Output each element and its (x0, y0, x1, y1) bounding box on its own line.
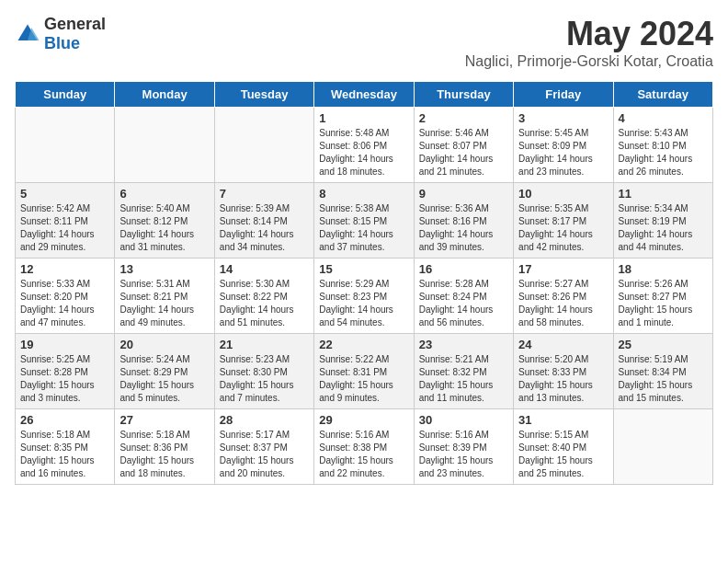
day-info: Sunrise: 5:19 AM Sunset: 8:34 PM Dayligh… (619, 353, 708, 405)
day-number: 26 (20, 413, 109, 427)
day-info: Sunrise: 5:24 AM Sunset: 8:29 PM Dayligh… (119, 353, 209, 405)
day-number: 15 (319, 262, 408, 276)
day-number: 16 (419, 262, 508, 276)
day-info: Sunrise: 5:30 AM Sunset: 8:22 PM Dayligh… (220, 278, 309, 329)
day-info: Sunrise: 5:20 AM Sunset: 8:33 PM Dayligh… (518, 353, 608, 405)
weekday-header: Wednesday (314, 82, 414, 108)
day-info: Sunrise: 5:18 AM Sunset: 8:36 PM Dayligh… (119, 429, 209, 480)
logo-text-blue: Blue (44, 34, 80, 52)
day-info: Sunrise: 5:31 AM Sunset: 8:21 PM Dayligh… (119, 278, 209, 329)
calendar-cell (115, 108, 214, 183)
weekday-header: Monday (115, 82, 214, 108)
day-info: Sunrise: 5:15 AM Sunset: 8:40 PM Dayligh… (518, 429, 608, 480)
day-number: 18 (619, 262, 708, 276)
calendar-week-row: 12Sunrise: 5:33 AM Sunset: 8:20 PM Dayli… (16, 259, 713, 334)
weekday-header: Saturday (613, 82, 712, 108)
day-info: Sunrise: 5:48 AM Sunset: 8:06 PM Dayligh… (319, 127, 408, 178)
day-number: 21 (220, 338, 309, 351)
calendar-cell: 25Sunrise: 5:19 AM Sunset: 8:34 PM Dayli… (613, 334, 712, 409)
calendar-cell: 14Sunrise: 5:30 AM Sunset: 8:22 PM Dayli… (214, 259, 313, 334)
day-number: 22 (319, 338, 408, 351)
day-number: 11 (619, 187, 708, 201)
day-number: 29 (319, 413, 408, 427)
day-info: Sunrise: 5:39 AM Sunset: 8:14 PM Dayligh… (220, 202, 309, 254)
day-info: Sunrise: 5:25 AM Sunset: 8:28 PM Dayligh… (20, 353, 109, 405)
day-info: Sunrise: 5:33 AM Sunset: 8:20 PM Dayligh… (20, 278, 109, 329)
calendar-cell: 22Sunrise: 5:22 AM Sunset: 8:31 PM Dayli… (314, 334, 414, 409)
day-info: Sunrise: 5:16 AM Sunset: 8:38 PM Dayligh… (319, 429, 408, 480)
day-number: 8 (319, 187, 408, 201)
day-info: Sunrise: 5:28 AM Sunset: 8:24 PM Dayligh… (419, 278, 508, 329)
day-info: Sunrise: 5:26 AM Sunset: 8:27 PM Dayligh… (619, 278, 708, 329)
day-number: 5 (20, 187, 109, 201)
calendar-cell: 1Sunrise: 5:48 AM Sunset: 8:06 PM Daylig… (314, 108, 414, 183)
day-info: Sunrise: 5:21 AM Sunset: 8:32 PM Dayligh… (419, 353, 508, 405)
title-block: May 2024 Naglici, Primorje-Gorski Kotar,… (465, 15, 713, 70)
calendar-cell: 28Sunrise: 5:17 AM Sunset: 8:37 PM Dayli… (214, 409, 313, 485)
calendar-cell: 10Sunrise: 5:35 AM Sunset: 8:17 PM Dayli… (514, 183, 613, 259)
day-info: Sunrise: 5:36 AM Sunset: 8:16 PM Dayligh… (419, 202, 508, 254)
day-number: 20 (119, 338, 209, 351)
calendar-cell: 30Sunrise: 5:16 AM Sunset: 8:39 PM Dayli… (414, 409, 513, 485)
calendar-cell: 3Sunrise: 5:45 AM Sunset: 8:09 PM Daylig… (514, 108, 613, 183)
calendar-cell: 19Sunrise: 5:25 AM Sunset: 8:28 PM Dayli… (16, 334, 115, 409)
calendar-cell: 6Sunrise: 5:40 AM Sunset: 8:12 PM Daylig… (115, 183, 214, 259)
weekday-header: Tuesday (214, 82, 313, 108)
calendar-week-row: 19Sunrise: 5:25 AM Sunset: 8:28 PM Dayli… (16, 334, 713, 409)
calendar-cell: 17Sunrise: 5:27 AM Sunset: 8:26 PM Dayli… (514, 259, 613, 334)
calendar-cell: 21Sunrise: 5:23 AM Sunset: 8:30 PM Dayli… (214, 334, 313, 409)
day-info: Sunrise: 5:17 AM Sunset: 8:37 PM Dayligh… (220, 429, 309, 480)
calendar-cell: 18Sunrise: 5:26 AM Sunset: 8:27 PM Dayli… (613, 259, 712, 334)
calendar-cell: 16Sunrise: 5:28 AM Sunset: 8:24 PM Dayli… (414, 259, 513, 334)
day-info: Sunrise: 5:45 AM Sunset: 8:09 PM Dayligh… (518, 127, 608, 178)
day-info: Sunrise: 5:35 AM Sunset: 8:17 PM Dayligh… (518, 202, 608, 254)
calendar-cell: 2Sunrise: 5:46 AM Sunset: 8:07 PM Daylig… (414, 108, 513, 183)
day-number: 2 (419, 111, 508, 125)
day-number: 28 (220, 413, 309, 427)
day-number: 24 (518, 338, 608, 351)
day-number: 25 (619, 338, 708, 351)
day-number: 1 (319, 111, 408, 125)
calendar-cell (214, 108, 313, 183)
main-title: May 2024 (465, 15, 713, 53)
calendar-cell: 12Sunrise: 5:33 AM Sunset: 8:20 PM Dayli… (16, 259, 115, 334)
calendar-table: SundayMondayTuesdayWednesdayThursdayFrid… (15, 81, 713, 485)
calendar-cell: 15Sunrise: 5:29 AM Sunset: 8:23 PM Dayli… (314, 259, 414, 334)
day-number: 17 (518, 262, 608, 276)
day-info: Sunrise: 5:43 AM Sunset: 8:10 PM Dayligh… (619, 127, 708, 178)
day-number: 19 (20, 338, 109, 351)
calendar-header-row: SundayMondayTuesdayWednesdayThursdayFrid… (16, 82, 713, 108)
day-info: Sunrise: 5:18 AM Sunset: 8:35 PM Dayligh… (20, 429, 109, 480)
calendar-cell: 5Sunrise: 5:42 AM Sunset: 8:11 PM Daylig… (16, 183, 115, 259)
day-number: 31 (518, 413, 608, 427)
logo-text-general: General (44, 15, 106, 33)
day-info: Sunrise: 5:46 AM Sunset: 8:07 PM Dayligh… (419, 127, 508, 178)
day-info: Sunrise: 5:23 AM Sunset: 8:30 PM Dayligh… (220, 353, 309, 405)
day-number: 9 (419, 187, 508, 201)
page-header: General Blue May 2024 Naglici, Primorje-… (15, 15, 713, 70)
day-number: 30 (419, 413, 508, 427)
weekday-header: Friday (514, 82, 613, 108)
day-number: 4 (619, 111, 708, 125)
calendar-cell: 20Sunrise: 5:24 AM Sunset: 8:29 PM Dayli… (115, 334, 214, 409)
day-info: Sunrise: 5:29 AM Sunset: 8:23 PM Dayligh… (319, 278, 408, 329)
weekday-header: Thursday (414, 82, 513, 108)
calendar-cell: 7Sunrise: 5:39 AM Sunset: 8:14 PM Daylig… (214, 183, 313, 259)
day-info: Sunrise: 5:34 AM Sunset: 8:19 PM Dayligh… (619, 202, 708, 254)
logo: General Blue (15, 15, 106, 53)
day-info: Sunrise: 5:16 AM Sunset: 8:39 PM Dayligh… (419, 429, 508, 480)
sub-title: Naglici, Primorje-Gorski Kotar, Croatia (465, 53, 713, 70)
calendar-cell: 24Sunrise: 5:20 AM Sunset: 8:33 PM Dayli… (514, 334, 613, 409)
day-info: Sunrise: 5:40 AM Sunset: 8:12 PM Dayligh… (119, 202, 209, 254)
calendar-cell: 29Sunrise: 5:16 AM Sunset: 8:38 PM Dayli… (314, 409, 414, 485)
calendar-cell (613, 409, 712, 485)
day-number: 13 (119, 262, 209, 276)
day-info: Sunrise: 5:38 AM Sunset: 8:15 PM Dayligh… (319, 202, 408, 254)
logo-icon (15, 21, 40, 47)
day-info: Sunrise: 5:22 AM Sunset: 8:31 PM Dayligh… (319, 353, 408, 405)
calendar-week-row: 1Sunrise: 5:48 AM Sunset: 8:06 PM Daylig… (16, 108, 713, 183)
weekday-header: Sunday (16, 82, 115, 108)
day-info: Sunrise: 5:42 AM Sunset: 8:11 PM Dayligh… (20, 202, 109, 254)
calendar-cell: 27Sunrise: 5:18 AM Sunset: 8:36 PM Dayli… (115, 409, 214, 485)
calendar-cell: 4Sunrise: 5:43 AM Sunset: 8:10 PM Daylig… (613, 108, 712, 183)
